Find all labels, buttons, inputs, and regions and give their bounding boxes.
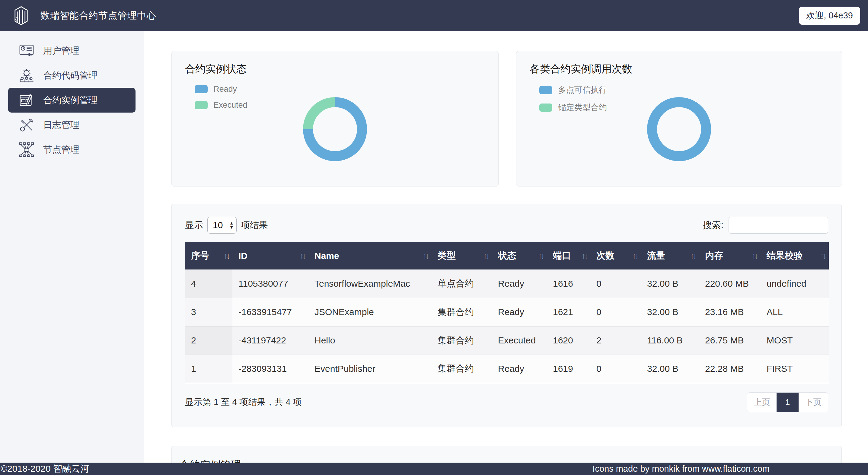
table-cell: 集群合约 xyxy=(432,298,492,326)
column-label: 流量 xyxy=(647,251,665,260)
table-cell: undefined xyxy=(761,270,829,298)
legend-swatch-anchored xyxy=(539,103,552,112)
table-cell: -283093131 xyxy=(232,355,308,383)
column-label: 序号 xyxy=(191,251,209,260)
table-cell: 32.00 B xyxy=(641,270,699,298)
table-cell: 3 xyxy=(185,298,232,326)
table-cell: ALL xyxy=(761,298,829,326)
table-cell: 0 xyxy=(590,298,641,326)
column-label: 结果校验 xyxy=(767,251,803,260)
table-row[interactable]: 41105380077TensorflowExampleMac单点合约Ready… xyxy=(185,270,829,298)
table-cell: 26.75 MB xyxy=(699,326,761,355)
legend-item: Ready xyxy=(195,85,247,94)
column-header-7[interactable]: 流量↑↓ xyxy=(641,242,699,270)
page-footer: ©2018-2020 智融云河 Icons made by monkik fro… xyxy=(0,463,868,475)
table-cell: 1619 xyxy=(547,355,590,383)
sidebar-item-label: 节点管理 xyxy=(43,144,80,156)
table-cell: Ready xyxy=(492,355,547,383)
sort-arrows-icon: ↑↓ xyxy=(820,251,825,260)
chart-title: 合约实例状态 xyxy=(185,62,498,76)
sort-arrows-icon: ↑↓ xyxy=(300,251,305,260)
table-cell: 集群合约 xyxy=(432,326,492,355)
table-row[interactable]: 3-1633915477JSONExample集群合约Ready1621032.… xyxy=(185,298,829,326)
sidebar-item-log-management[interactable]: 日志管理 xyxy=(8,113,135,137)
table-cell: JSONExample xyxy=(308,298,432,326)
length-prefix-label: 显示 xyxy=(185,219,203,231)
sidebar-item-contract-code-management[interactable]: 合约代码管理 xyxy=(8,63,135,88)
table-cell: 0 xyxy=(590,270,641,298)
table-cell: MOST xyxy=(761,326,829,355)
column-header-1[interactable]: ID↑↓ xyxy=(232,242,308,270)
chart-title: 各类合约实例调用次数 xyxy=(530,62,842,76)
column-header-9[interactable]: 结果校验↑↓ xyxy=(761,242,829,270)
sort-arrows-icon: ↑↓ xyxy=(483,251,488,260)
column-header-0[interactable]: 序号↑↓ xyxy=(185,242,232,270)
table-cell: TensorflowExampleMac xyxy=(308,270,432,298)
column-header-3[interactable]: 类型↑↓ xyxy=(432,242,492,270)
page-length-select[interactable]: 10 ▲▼ xyxy=(207,217,237,233)
column-header-4[interactable]: 状态↑↓ xyxy=(492,242,547,270)
search-input[interactable] xyxy=(728,217,828,233)
pagination-page-1-button[interactable]: 1 xyxy=(777,392,799,412)
table-body: 41105380077TensorflowExampleMac单点合约Ready… xyxy=(185,270,829,383)
chart-card-instance-status: 合约实例状态 Ready Executed xyxy=(172,51,499,187)
pagination-prev-button[interactable]: 上页 xyxy=(747,392,777,412)
table-row[interactable]: 1-283093131EventPublisher集群合约Ready161903… xyxy=(185,355,829,383)
chart-legend: Ready Executed xyxy=(195,85,247,110)
sidebar-item-label: 合约代码管理 xyxy=(43,69,97,82)
length-suffix-label: 项结果 xyxy=(241,219,268,231)
column-header-8[interactable]: 内存↑↓ xyxy=(699,242,761,270)
legend-label: Executed xyxy=(213,100,247,110)
column-label: 次数 xyxy=(596,251,615,260)
legend-item: 锚定类型合约 xyxy=(539,102,607,113)
table-cell: 单点合约 xyxy=(432,270,492,298)
chart-card-invocation-counts: 各类合约实例调用次数 多点可信执行 锚定类型合约 xyxy=(516,51,842,187)
table-cell: 1616 xyxy=(547,270,590,298)
instance-table: 序号↑↓ID↑↓Name↑↓类型↑↓状态↑↓端口↑↓次数↑↓流量↑↓内存↑↓结果… xyxy=(185,242,829,383)
column-label: 类型 xyxy=(438,251,456,260)
sidebar-item-label: 合约实例管理 xyxy=(43,94,97,106)
doughnut-chart-invocation-counts xyxy=(647,97,711,161)
table-row[interactable]: 2-431197422Hello集群合约Executed16202116.00 … xyxy=(185,326,829,355)
sort-arrows-icon: ↑↓ xyxy=(632,251,638,260)
sidebar-item-user-management[interactable]: 用户管理 xyxy=(8,38,135,63)
select-arrows-icon: ▲▼ xyxy=(229,221,234,229)
legend-swatch-multiparty xyxy=(539,86,552,94)
legend-swatch-ready xyxy=(195,85,208,93)
search-control: 搜索: xyxy=(703,217,828,233)
table-cell: 23.16 MB xyxy=(699,298,761,326)
table-cell: 1 xyxy=(185,355,232,383)
table-cell: 32.00 B xyxy=(641,355,699,383)
document-pencil-icon xyxy=(19,92,35,108)
legend-item: 多点可信执行 xyxy=(539,85,607,95)
sidebar-item-contract-instance-management[interactable]: 合约实例管理 xyxy=(8,88,135,113)
doughnut-chart-instance-status xyxy=(303,97,367,161)
column-label: 内存 xyxy=(705,251,723,260)
sort-arrows-icon: ↑↓ xyxy=(690,251,695,260)
footer-copyright: ©2018-2020 智融云河 xyxy=(0,463,89,475)
sidebar-item-node-management[interactable]: 节点管理 xyxy=(8,137,135,162)
table-controls: 显示 10 ▲▼ 项结果 搜索: xyxy=(172,204,841,233)
tools-icon xyxy=(19,117,35,133)
pagination-next-button[interactable]: 下页 xyxy=(799,392,828,412)
main-content: 合约实例状态 Ready Executed 各类合约实例调用次数 多点可信执行 xyxy=(144,31,868,475)
footer-credits: Icons made by monkik from www.flaticon.c… xyxy=(592,464,868,474)
table-cell: 2 xyxy=(185,326,232,355)
user-dashboard-icon xyxy=(19,42,35,59)
instance-table-card: 显示 10 ▲▼ 项结果 搜索: 序号↑↓ID↑↓Name↑↓类型↑↓状态↑↓端… xyxy=(172,204,842,427)
page-length-value: 10 xyxy=(213,220,223,230)
sort-arrows-icon: ↑↓ xyxy=(582,251,587,260)
welcome-button[interactable]: 欢迎, 04e39 xyxy=(799,7,860,25)
network-nodes-icon xyxy=(19,141,35,158)
legend-swatch-executed xyxy=(195,101,208,109)
column-header-2[interactable]: Name↑↓ xyxy=(308,242,432,270)
column-label: 端口 xyxy=(553,251,571,260)
search-label: 搜索: xyxy=(703,219,723,231)
gear-code-icon xyxy=(19,67,35,84)
table-cell: 220.60 MB xyxy=(699,270,761,298)
column-header-6[interactable]: 次数↑↓ xyxy=(590,242,641,270)
table-cell: Ready xyxy=(492,270,547,298)
column-header-5[interactable]: 端口↑↓ xyxy=(547,242,590,270)
table-cell: -1633915477 xyxy=(232,298,308,326)
legend-label: 多点可信执行 xyxy=(558,85,607,95)
